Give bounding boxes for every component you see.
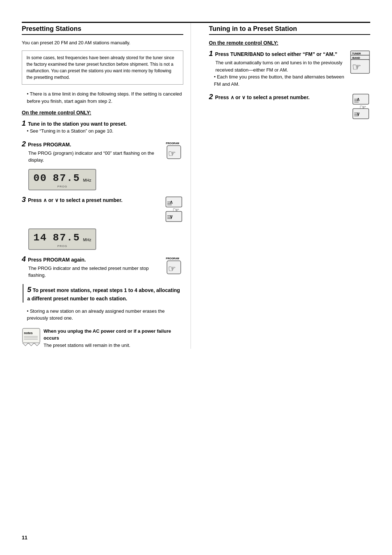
right-step2-arrow-icon: ∧ ☞ ∨ — [351, 93, 370, 121]
right-step2-content: 2 Press ∧ or ∨ to select a preset number… — [209, 93, 349, 101]
page: Presetting Stations You can preset 20 FM… — [0, 0, 392, 555]
tuner-band-icon: TUNER /BAND ☞ — [350, 50, 370, 76]
step2-body: The PROG (program) indicator and “00” st… — [28, 150, 162, 164]
left-step5: 5 To preset more stations, repeat steps … — [23, 284, 183, 303]
svg-text:/BAND: /BAND — [352, 57, 360, 59]
right-step1: 1 Press TUNER/BAND to select either “FM”… — [209, 49, 371, 88]
step3-lcd: 14 87.5 MHz PROG — [28, 228, 96, 250]
right-sub-heading: On the remote control ONLY: — [209, 40, 371, 46]
step3-freq: 87.5 — [53, 232, 80, 243]
step4-row: 4 Press PROGRAM again. The PROG indicato… — [22, 255, 183, 279]
svg-text:☞: ☞ — [352, 61, 361, 73]
right-step1-sub: Each time you press the button, the band… — [214, 73, 347, 88]
svg-text:PROGRAM: PROGRAM — [166, 257, 179, 260]
tuner-band-svg: TUNER /BAND ☞ — [350, 50, 370, 75]
step1-title: Tune in to the station you want to prese… — [28, 121, 127, 127]
step2-prog-label: PROG — [57, 185, 68, 188]
step2-title: Press PROGRAM. — [28, 142, 71, 147]
right-step1-title: Press TUNER/BAND to select either “FM” o… — [215, 51, 338, 57]
step3-row: 3 Press ∧ or ∨ to select a preset number… — [22, 195, 183, 223]
right-step1-number: 1 — [209, 49, 213, 57]
notes-icon: notes — [22, 328, 39, 345]
right-step2-title: Press ∧ or ∨ to select a preset number. — [215, 94, 310, 100]
right-section-title: Tuning in to a Preset Station — [209, 25, 371, 35]
step2-number: 2 — [22, 140, 26, 148]
notes-row: notes When you unplug the AC power cord … — [22, 328, 183, 349]
left-section-title: Presetting Stations — [22, 25, 183, 35]
step2-freq: 87.5 — [53, 173, 80, 184]
step3-display-row: 14 87.5 MHz PROG — [28, 228, 183, 250]
step2-mhz: MHz — [83, 178, 91, 182]
right-column: Tuning in to a Preset Station On the rem… — [205, 23, 371, 349]
step4-prog-btn-svg: PROGRAM ☞ — [165, 256, 183, 276]
notice-text: In some cases, test frequencies have bee… — [26, 55, 174, 80]
step1-number: 1 — [22, 119, 26, 127]
step4-program-icon: PROGRAM ☞ — [165, 256, 183, 277]
main-columns: Presetting Stations You can preset 20 FM… — [22, 23, 370, 349]
step1-sub: See “Tuning in to a Station” on page 10. — [27, 127, 183, 135]
step2-preset: 00 — [33, 173, 47, 184]
svg-rect-9 — [166, 211, 182, 222]
notes-bold-text: When you unplug the AC power cord or if … — [44, 328, 183, 342]
svg-text:☞: ☞ — [168, 149, 176, 158]
left-step2: 2 Press PROGRAM. The PROG (program) indi… — [22, 140, 183, 190]
step3-title: Press ∧ or ∨ to select a preset number. — [28, 197, 122, 203]
svg-text:TUNER: TUNER — [352, 52, 361, 55]
step2-display-row: 00 87.5 MHz PROG — [28, 169, 183, 190]
right-channel-selector-svg: ∧ ☞ ∨ — [351, 93, 370, 119]
right-step1-row: 1 Press TUNER/BAND to select either “FM”… — [209, 49, 371, 88]
step3-mhz: MHz — [83, 238, 91, 242]
notes-text: The preset stations will remain in the u… — [44, 342, 183, 349]
channel-selector-svg: ∧ ☞ ∨ — [164, 196, 183, 222]
step3-preset: 14 — [33, 232, 47, 243]
left-step4: 4 Press PROGRAM again. The PROG indicato… — [22, 255, 183, 279]
left-step1: 1 Tune in to the station you want to pre… — [22, 119, 183, 135]
step2-row: 2 Press PROGRAM. The PROG (program) indi… — [22, 140, 183, 164]
svg-text:PROGRAM: PROGRAM — [166, 142, 179, 145]
program-btn-svg: PROGRAM ☞ — [165, 141, 183, 161]
bullet1: There is a time limit in doing the follo… — [27, 90, 183, 105]
svg-rect-34 — [353, 109, 369, 119]
intro-text: You can preset 20 FM and 20 AM stations … — [22, 40, 183, 45]
left-column: Presetting Stations You can preset 20 FM… — [22, 23, 191, 349]
svg-text:☞: ☞ — [168, 264, 176, 274]
right-step2-row: 2 Press ∧ or ∨ to select a preset number… — [209, 93, 371, 121]
step5-text: 5 To preset more stations, repeat steps … — [27, 284, 183, 303]
right-step2-number: 2 — [209, 93, 213, 101]
svg-rect-17 — [23, 328, 40, 343]
notice-box: In some cases, test frequencies have bee… — [22, 50, 183, 85]
notes-content: When you unplug the AC power cord or if … — [44, 328, 183, 349]
step4-body: The PROG indicator and the selected pres… — [28, 265, 162, 279]
bullet2: Storing a new station on an already assi… — [27, 308, 183, 322]
svg-text:notes: notes — [24, 331, 33, 335]
step3-content: 3 Press ∧ or ∨ to select a preset number… — [22, 195, 162, 204]
right-step1-body: The unit automatically turns on and tune… — [216, 59, 347, 73]
step4-number: 4 — [22, 255, 26, 263]
left-step3: 3 Press ∧ or ∨ to select a preset number… — [22, 195, 183, 250]
step3-arrow-icon: ∧ ☞ ∨ — [164, 196, 183, 223]
step4-content: 4 Press PROGRAM again. The PROG indicato… — [22, 255, 162, 279]
step2-lcd: 00 87.5 MHz PROG — [28, 169, 96, 190]
notes-svg: notes — [22, 328, 41, 347]
step3-prog-label: PROG — [57, 244, 68, 248]
program-button-icon: PROGRAM ☞ — [165, 141, 183, 162]
page-number: 11 — [22, 535, 28, 540]
step2-content: 2 Press PROGRAM. The PROG (program) indi… — [22, 140, 162, 164]
right-step2: 2 Press ∧ or ∨ to select a preset number… — [209, 93, 371, 121]
step4-title: Press PROGRAM again. — [28, 257, 86, 263]
left-sub-heading: On the remote control ONLY: — [22, 110, 183, 116]
step3-number: 3 — [22, 195, 26, 203]
right-step1-content: 1 Press TUNER/BAND to select either “FM”… — [209, 49, 347, 88]
